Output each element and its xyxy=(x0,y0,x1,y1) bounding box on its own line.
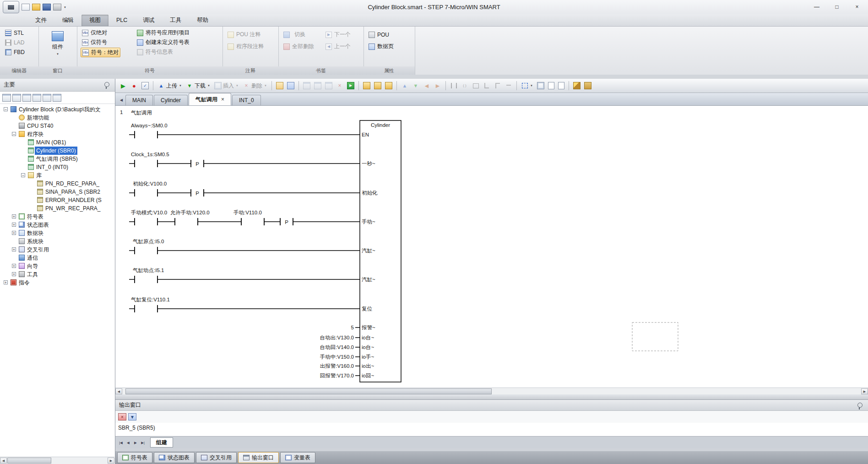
pou-comment-button[interactable]: POU 注释 xyxy=(226,30,262,39)
download-button[interactable]: ▼下载▼ xyxy=(184,80,212,91)
close-pou-button[interactable]: × xyxy=(335,80,345,91)
menu-tab-tools[interactable]: 工具 xyxy=(162,15,189,26)
ladder-contact-label[interactable]: 气缸复位:V110.1 xyxy=(131,297,170,302)
editor-selection-rectangle[interactable] xyxy=(632,322,678,351)
app-menu-button[interactable] xyxy=(3,1,19,13)
symbol-absolute-button[interactable]: VBx符号：绝对 xyxy=(81,48,120,57)
download-caret-icon[interactable]: ▼ xyxy=(207,84,211,87)
pou-window-button-1[interactable] xyxy=(302,80,312,91)
tree-item-int0[interactable]: INT_0 (INT0) xyxy=(0,163,115,171)
bookmark-toggle-button[interactable]: 切换 xyxy=(282,30,307,39)
insert-horizontal-line-button[interactable] xyxy=(504,80,514,91)
insert-coil-button[interactable]: ( ) xyxy=(460,80,470,91)
expander-icon[interactable]: + xyxy=(12,223,16,227)
ladder-editor[interactable]: 1 气缸调用 Always~:SM0.0 Clock_1s:SM0.5 P 初始… xyxy=(115,106,868,388)
edge-contact-label[interactable]: P xyxy=(285,219,288,225)
close-button[interactable]: × xyxy=(847,0,867,13)
symbol-only-button[interactable]: VBx仅符号 xyxy=(81,38,108,47)
bookmark-previous-button[interactable]: ◀上一个 xyxy=(324,42,352,51)
ladder-contact-label[interactable]: Clock_1s:SM0.5 xyxy=(131,152,169,157)
stl-editor-button[interactable]: STL xyxy=(4,28,25,37)
output-options-icon[interactable]: ▼ xyxy=(128,413,136,420)
tab-main[interactable]: MAIN xyxy=(125,95,153,105)
network-comment[interactable]: 气缸调用 xyxy=(131,110,152,115)
symbol-info-table-button[interactable]: 符号信息表 xyxy=(136,48,174,56)
clear-output-icon[interactable]: × xyxy=(118,413,126,420)
menu-tab-file[interactable]: 文件 xyxy=(27,15,54,26)
expander-icon[interactable]: − xyxy=(12,132,16,136)
network-comment-button[interactable]: 程序段注释 xyxy=(226,42,265,51)
insert-box-button[interactable] xyxy=(471,80,481,91)
pou-window-button-2[interactable] xyxy=(313,80,323,91)
ladder-contact-label[interactable]: 初始化:V100.0 xyxy=(133,181,167,186)
communications-view-icon[interactable] xyxy=(53,94,61,102)
upload-button[interactable]: ▲上传▼ xyxy=(156,80,184,91)
lad-editor-button[interactable]: LAD xyxy=(4,38,26,47)
tree-item-error-handler[interactable]: ERROR_HANDLER (S xyxy=(0,196,115,204)
editor-horizontal-scrollbar[interactable]: ◀ ▶ xyxy=(115,388,868,395)
run-button[interactable]: ▶ xyxy=(118,80,128,91)
menu-tab-plc[interactable]: PLC xyxy=(108,15,135,26)
expander-icon[interactable]: + xyxy=(12,264,16,268)
tree-item-symbol-table[interactable]: +符号表 xyxy=(0,213,115,221)
taskbar-tab-output-window[interactable]: 输出窗口 xyxy=(238,452,279,463)
ladder-parameter-value[interactable]: 自动出:V130.0 xyxy=(320,335,354,340)
pou-page-button-2[interactable] xyxy=(557,80,566,91)
scroll-right-icon[interactable]: ▶ xyxy=(108,458,114,464)
ladder-parameter-value[interactable]: 出报警:V160.0 xyxy=(320,363,354,369)
edge-contact-label[interactable]: P xyxy=(195,161,199,167)
scrollbar-thumb[interactable] xyxy=(125,388,492,394)
protect-button-2[interactable] xyxy=(373,80,383,91)
data-block-view-icon[interactable] xyxy=(33,94,41,102)
compile-button[interactable]: ✓ xyxy=(140,80,150,91)
output-build-tab[interactable]: 组建 xyxy=(150,437,173,448)
maximize-button[interactable]: □ xyxy=(827,0,847,13)
tree-item-main-ob1[interactable]: MAIN (OB1) xyxy=(0,138,115,147)
force-button[interactable]: ▲ xyxy=(400,80,410,91)
tree-horizontal-scrollbar[interactable]: ◀ ▶ xyxy=(0,457,114,464)
stop-button[interactable]: ● xyxy=(129,80,139,91)
ladder-contact-label[interactable]: Always~:SM0.0 xyxy=(131,123,168,128)
bookmark-delete-all-button[interactable]: 全部删除 xyxy=(282,42,315,51)
tree-item-communications[interactable]: 通信 xyxy=(0,254,115,262)
ladder-contact-label[interactable]: 气缸原点:I5.0 xyxy=(133,239,164,244)
last-page-icon[interactable]: ▶| xyxy=(139,438,146,447)
previous-page-icon[interactable]: ◀ xyxy=(125,438,132,447)
first-page-icon[interactable]: |◀ xyxy=(117,438,125,447)
address-grid-button[interactable] xyxy=(536,80,546,91)
project-tree-view-icon[interactable] xyxy=(2,94,11,102)
goto-pou-button[interactable]: ▶ xyxy=(346,80,356,91)
data-page-button[interactable]: 数据页 xyxy=(367,42,395,51)
tree-item-status-chart[interactable]: +状态图表 xyxy=(0,221,115,229)
menu-tab-debug[interactable]: 调试 xyxy=(135,15,162,26)
delete-button[interactable]: ×删除▼ xyxy=(241,80,269,91)
edit-properties-button[interactable] xyxy=(572,80,582,91)
customize-toolbar-caret-icon[interactable]: ▼ xyxy=(64,6,66,9)
output-splitter[interactable] xyxy=(115,394,868,399)
tree-item-cross-reference[interactable]: +交叉引用 xyxy=(0,246,115,254)
read-all-forced-button[interactable]: ◀ xyxy=(422,80,432,91)
open-file-icon[interactable] xyxy=(32,4,40,11)
save-icon[interactable] xyxy=(43,4,51,11)
minimize-button[interactable]: — xyxy=(807,0,827,13)
contact-symbol[interactable] xyxy=(135,276,157,283)
ladder-contact-label[interactable]: 手动:V110.0 xyxy=(233,210,262,215)
tree-item-wizards[interactable]: +向导 xyxy=(0,262,115,270)
next-page-icon[interactable]: ▶ xyxy=(132,438,139,447)
expander-icon[interactable]: + xyxy=(12,231,16,235)
menu-tab-edit[interactable]: 编辑 xyxy=(54,15,81,26)
tab-int0[interactable]: INT_0 xyxy=(232,95,261,105)
tree-item-project-root[interactable]: −Cylinder Block (D:\Backup\我的文 xyxy=(0,105,115,114)
tab-scroll-left-icon[interactable]: ◀ xyxy=(117,95,125,104)
contact-symbol[interactable] xyxy=(135,131,157,138)
selection-caret-icon[interactable]: ▼ xyxy=(530,84,533,87)
ladder-contact-label[interactable]: 气缸动点:I5.1 xyxy=(133,267,164,273)
pin-icon[interactable] xyxy=(104,82,109,87)
scrollbar-thumb[interactable] xyxy=(7,458,51,464)
symbol-table-view-icon[interactable] xyxy=(12,94,21,102)
taskbar-tab-status-chart[interactable]: 状态图表 xyxy=(154,452,195,463)
tree-item-pn-rd-rec-para[interactable]: PN_RD_REC_PARA_ xyxy=(0,180,115,188)
status-chart-view-icon[interactable] xyxy=(22,94,31,102)
expander-icon[interactable]: + xyxy=(12,272,16,276)
scroll-left-icon[interactable]: ◀ xyxy=(0,458,7,464)
